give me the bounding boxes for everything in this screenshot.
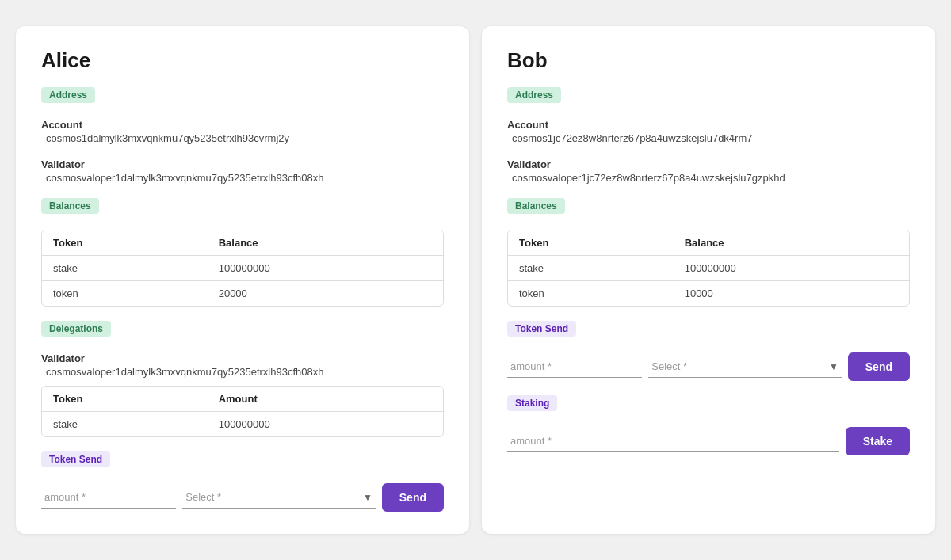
alice-title: Alice (41, 48, 444, 73)
alice-token-send-section: Token Send (41, 451, 444, 475)
alice-balances-section: Balances (41, 198, 444, 222)
alice-delegations-validator-value: cosmosvaloper1dalmylk3mxvqnkmu7qy5235etr… (41, 366, 444, 378)
bob-staking-form: Stake (507, 427, 910, 455)
alice-balances-table: Token Balance stake100000000token20000 (42, 230, 443, 306)
bob-balances-col-token: Token (508, 230, 674, 256)
bob-token-select[interactable]: Select * stake token (648, 356, 829, 377)
alice-balances-badge: Balances (41, 198, 99, 214)
page-container: Alice Address Account cosmos1dalmylk3mxv… (16, 26, 935, 534)
bob-select-arrow-icon: ▼ (829, 361, 842, 372)
alice-delegations-validator-label: Validator (41, 352, 444, 364)
alice-account-block: Account cosmos1dalmylk3mxvqnkmu7qy5235et… (41, 119, 444, 144)
alice-account-value: cosmos1dalmylk3mxvqnkmu7qy5235etrxlh93cv… (41, 132, 444, 144)
bob-title: Bob (507, 48, 910, 73)
bob-token-send-badge: Token Send (507, 321, 576, 337)
balance-cell: 20000 (208, 281, 443, 307)
bob-select-wrapper: Select * stake token ▼ (648, 356, 841, 378)
alice-select-arrow-icon: ▼ (363, 492, 376, 503)
table-row: stake100000000 (508, 256, 909, 281)
token-cell: token (508, 281, 674, 307)
alice-token-send-form: Select * stake token ▼ Send (41, 483, 444, 512)
bob-staking-section: Staking (507, 395, 910, 419)
bob-amount-input[interactable] (507, 356, 642, 378)
bob-balances-col-balance: Balance (674, 230, 909, 256)
bob-validator-label: Validator (507, 158, 910, 170)
bob-balances-table-container: Token Balance stake100000000token10000 (507, 230, 910, 307)
alice-address-badge: Address (41, 87, 95, 103)
token-cell: stake (42, 256, 208, 281)
bob-validator-block: Validator cosmosvaloper1jc72ez8w8nrterz6… (507, 158, 910, 184)
alice-delegations-info: Validator cosmosvaloper1dalmylk3mxvqnkmu… (41, 352, 444, 378)
amount-cell: 100000000 (208, 412, 443, 437)
alice-select-wrapper: Select * stake token ▼ (182, 486, 375, 509)
table-row: token20000 (42, 281, 443, 307)
alice-delegations-section: Delegations (41, 321, 444, 345)
token-cell: token (42, 281, 208, 307)
bob-account-block: Account cosmos1jc72ez8w8nrterz67p8a4uwzs… (507, 119, 910, 144)
alice-balances-col-balance: Balance (208, 230, 443, 256)
alice-validator-block: Validator cosmosvaloper1dalmylk3mxvqnkmu… (41, 158, 444, 184)
bob-account-label: Account (507, 119, 910, 131)
alice-validator-value: cosmosvaloper1dalmylk3mxvqnkmu7qy5235etr… (41, 172, 444, 184)
balance-cell: 100000000 (208, 256, 443, 281)
alice-delegations-col-token: Token (42, 387, 208, 412)
bob-stake-button[interactable]: Stake (846, 427, 910, 455)
table-row: stake100000000 (42, 412, 443, 437)
alice-delegations-col-amount: Amount (208, 387, 443, 412)
bob-validator-value: cosmosvaloper1jc72ez8w8nrterz67p8a4uwzsk… (507, 172, 910, 184)
balance-cell: 10000 (674, 281, 909, 307)
bob-balances-table: Token Balance stake100000000token10000 (508, 230, 909, 306)
alice-account-label: Account (41, 119, 444, 131)
alice-amount-input[interactable] (41, 486, 176, 509)
bob-send-button[interactable]: Send (848, 352, 910, 381)
bob-card: Bob Address Account cosmos1jc72ez8w8nrte… (482, 26, 935, 534)
alice-card: Alice Address Account cosmos1dalmylk3mxv… (16, 26, 469, 534)
token-cell: stake (508, 256, 674, 281)
alice-token-select[interactable]: Select * stake token (182, 486, 363, 508)
token-cell: stake (42, 412, 208, 437)
table-row: token10000 (508, 281, 909, 307)
alice-delegations-table-container: Token Amount stake100000000 (41, 386, 444, 437)
bob-account-value: cosmos1jc72ez8w8nrterz67p8a4uwzskejslu7d… (507, 132, 910, 144)
bob-token-send-section: Token Send (507, 321, 910, 345)
alice-balances-col-token: Token (42, 230, 208, 256)
bob-balances-section: Balances (507, 198, 910, 222)
balance-cell: 100000000 (674, 256, 909, 281)
bob-stake-amount-input[interactable] (507, 430, 839, 452)
alice-delegations-table: Token Amount stake100000000 (42, 387, 443, 436)
alice-address-section: Address (41, 87, 444, 111)
bob-balances-badge: Balances (507, 198, 565, 214)
table-row: stake100000000 (42, 256, 443, 281)
bob-address-badge: Address (507, 87, 561, 103)
alice-delegations-badge: Delegations (41, 321, 111, 337)
alice-balances-table-container: Token Balance stake100000000token20000 (41, 230, 444, 307)
alice-token-send-badge: Token Send (41, 451, 110, 467)
alice-validator-label: Validator (41, 158, 444, 170)
bob-staking-badge: Staking (507, 395, 557, 411)
bob-address-section: Address (507, 87, 910, 111)
bob-token-send-form: Select * stake token ▼ Send (507, 352, 910, 381)
alice-send-button[interactable]: Send (382, 483, 444, 512)
